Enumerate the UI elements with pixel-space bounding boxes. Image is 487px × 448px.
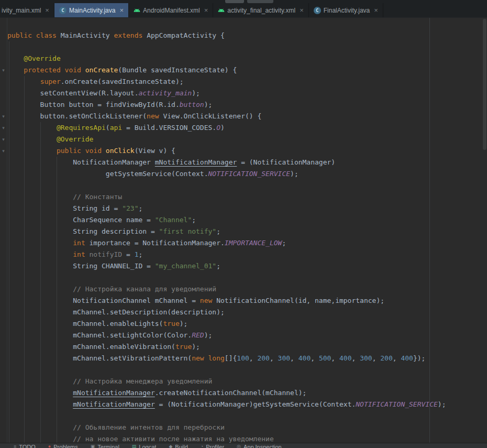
code-line[interactable]: [7, 272, 446, 283]
code-line[interactable]: [7, 180, 446, 191]
code-line[interactable]: mChannel.setVibrationPattern(new long[]{…: [7, 353, 446, 364]
code-editor[interactable]: ▾▾▾▾▾ public class MainActivity extends …: [0, 18, 487, 443]
code-line[interactable]: button.setOnClickListener(new View.OnCli…: [7, 111, 446, 122]
code-line[interactable]: [7, 364, 446, 376]
toolwindow-buttons: ≡TODO●Problems▣Terminal▤Logcat◆Build◔Pro…: [14, 443, 282, 448]
code-line[interactable]: public void onClick(View v) {: [7, 145, 446, 157]
tab-label: AndroidManifest.xml: [143, 7, 200, 14]
code-line[interactable]: public class MainActivity extends AppCom…: [7, 30, 446, 41]
code-line[interactable]: getSystemService(Context.NOTIFICATION_SE…: [7, 168, 446, 180]
statusbar-item-logcat[interactable]: ▤Logcat: [132, 443, 157, 448]
logcat-icon: ▤: [132, 444, 137, 448]
close-icon[interactable]: ×: [119, 7, 124, 14]
statusbar-item-label: Profiler: [206, 444, 224, 448]
problems-icon: ●: [48, 444, 51, 448]
code-area[interactable]: public class MainActivity extends AppCom…: [7, 30, 446, 443]
close-icon[interactable]: ×: [300, 7, 304, 14]
fold-marker-icon[interactable]: ▾: [1, 111, 6, 122]
statusbar-item-label: App Inspection: [244, 444, 282, 448]
statusbar-item-profiler[interactable]: ◔Profiler: [201, 443, 224, 448]
terminal-icon: ▣: [91, 444, 95, 448]
code-line[interactable]: @Override: [7, 134, 446, 145]
statusbar-item-terminal[interactable]: ▣Terminal: [91, 443, 119, 448]
todo-icon: ≡: [14, 444, 16, 448]
code-line[interactable]: CharSequence name = "Channel";: [7, 214, 446, 226]
code-line[interactable]: [7, 410, 446, 422]
editor-tab-mainactivity-java[interactable]: CMainActivity.java×: [54, 3, 129, 17]
class-icon: C: [59, 7, 67, 14]
code-line[interactable]: Button button = findViewById(R.id.button…: [7, 99, 446, 111]
code-line[interactable]: // Константы: [7, 191, 446, 203]
tab-label: FinalActivity.java: [324, 7, 370, 14]
statusbar-item-label: TODO: [19, 444, 36, 448]
fold-marker-icon[interactable]: ▾: [1, 134, 6, 145]
code-line[interactable]: protected void onCreate(Bundle savedInst…: [7, 64, 446, 76]
statusbar-item-label: Logcat: [139, 444, 156, 448]
code-line[interactable]: int notifyID = 1;: [7, 249, 446, 260]
close-icon[interactable]: ×: [204, 7, 208, 14]
statusbar-item-label: Terminal: [97, 444, 119, 448]
code-line[interactable]: mChannel.enableVibration(true);: [7, 341, 446, 353]
fold-marker-icon[interactable]: ▾: [1, 122, 6, 134]
statusbar-item-label: Problems: [53, 444, 78, 448]
code-line[interactable]: mChannel.enableLights(true);: [7, 318, 446, 330]
code-line[interactable]: @RequiresApi(api = Build.VERSION_CODES.O…: [7, 122, 446, 134]
fold-marker-icon[interactable]: ▾: [1, 64, 6, 76]
tab-label: MainActivity.java: [69, 7, 115, 14]
code-line[interactable]: // на новое активити после нажатия на ув…: [7, 433, 446, 443]
build-icon: ◆: [169, 444, 172, 448]
fold-marker-icon[interactable]: ▾: [1, 145, 6, 157]
code-line[interactable]: mChannel.setDescription(description);: [7, 307, 446, 318]
code-line[interactable]: // Настройка менеджера уведомлений: [7, 376, 446, 387]
code-line[interactable]: setContentView(R.layout.activity_main);: [7, 88, 446, 99]
code-line[interactable]: NotificationManager mNotificationManager…: [7, 157, 446, 168]
code-line[interactable]: String description = "first notify";: [7, 226, 446, 237]
editor-tab-ivity-main-xml[interactable]: ivity_main.xml×: [0, 3, 54, 17]
status-bar: ≡TODO●Problems▣Terminal▤Logcat◆Build◔Pro…: [0, 443, 487, 448]
main-toolbar: ivity_main.xml×CMainActivity.java×Androi…: [0, 0, 487, 18]
code-line[interactable]: super.onCreate(savedInstanceState);: [7, 76, 446, 88]
code-line[interactable]: String CHANNEL_ID = "my_channel_01";: [7, 260, 446, 272]
tab-label: ivity_main.xml: [2, 7, 41, 14]
code-line[interactable]: int importance = NotificationManager.IMP…: [7, 237, 446, 249]
app-inspection-icon: ◎: [237, 444, 241, 448]
vertical-scrollbar[interactable]: [483, 19, 486, 150]
statusbar-item-build[interactable]: ◆Build: [169, 443, 187, 448]
editor-tab-bar: ivity_main.xml×CMainActivity.java×Androi…: [0, 3, 487, 17]
code-line[interactable]: [7, 41, 446, 53]
statusbar-item-todo[interactable]: ≡TODO: [14, 443, 36, 448]
code-line[interactable]: mChannel.setLightColor(Color.RED);: [7, 330, 446, 341]
code-line[interactable]: String id = "23";: [7, 203, 446, 214]
android-icon: [134, 7, 140, 14]
code-line[interactable]: mNotificationManager.createNotificationC…: [7, 387, 446, 399]
close-icon[interactable]: ×: [374, 7, 378, 14]
editor-tab-androidmanifest-xml[interactable]: AndroidManifest.xml×: [129, 3, 213, 17]
android-icon: [218, 7, 225, 14]
profiler-icon: ◔: [201, 444, 203, 448]
code-line[interactable]: // Обьявление интентов для переброски: [7, 422, 446, 433]
statusbar-item-problems[interactable]: ●Problems: [48, 443, 78, 448]
editor-tab-finalactivity-java[interactable]: CFinalActivity.java×: [309, 3, 383, 17]
code-line[interactable]: NotificationChannel mChannel = new Notif…: [7, 295, 446, 307]
code-line[interactable]: @Override: [7, 53, 446, 64]
class-icon: C: [314, 7, 321, 14]
statusbar-item-app-inspection[interactable]: ◎App Inspection: [237, 443, 282, 448]
code-line[interactable]: // Настройка канала для уведомлений: [7, 283, 446, 295]
editor-tab-activity-final-activity-xml[interactable]: activity_final_activity.xml×: [213, 3, 308, 17]
close-icon[interactable]: ×: [45, 7, 49, 14]
code-line[interactable]: mNotificationManager = (NotificationMana…: [7, 399, 446, 410]
tab-label: activity_final_activity.xml: [227, 7, 295, 14]
statusbar-item-label: Build: [175, 444, 187, 448]
